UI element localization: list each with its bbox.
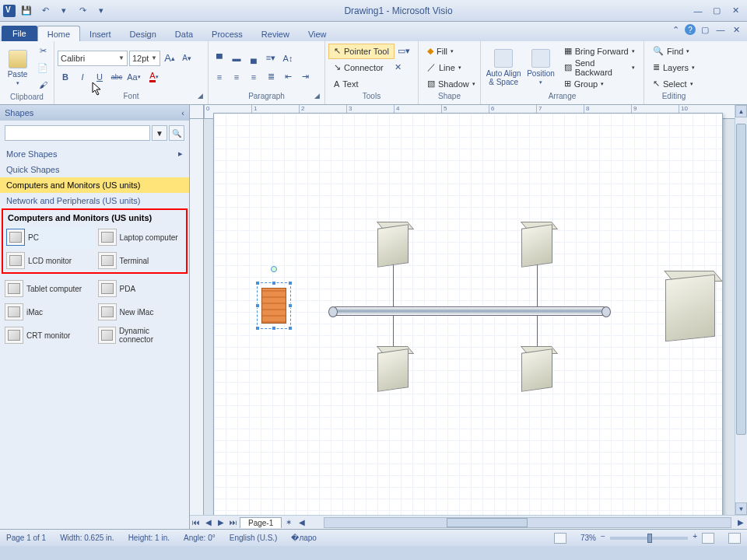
qat-customize[interactable]: ▾ (93, 3, 109, 19)
ethernet-bus-shape[interactable] (331, 306, 608, 316)
shadow-button[interactable]: ▧Shadow▾ (422, 76, 481, 92)
decrease-indent-button[interactable]: ⇤ (280, 69, 296, 85)
shapes-search-dropdown[interactable]: ▼ (152, 125, 167, 141)
fit-page-button[interactable] (702, 533, 714, 544)
justify-button[interactable]: ≣ (263, 69, 279, 85)
hscroll-left-button[interactable]: ◀ (296, 518, 308, 527)
cut-button[interactable]: ✂ (35, 43, 51, 58)
status-record-icon[interactable]: �ларо (291, 534, 317, 542)
italic-button[interactable]: I (75, 69, 90, 85)
add-page-button[interactable]: ✶ (282, 518, 296, 527)
page-last-button[interactable]: ⏭ (227, 518, 240, 527)
shrink-font-button[interactable]: A▾ (179, 51, 195, 66)
shapes-search-input[interactable] (5, 125, 150, 141)
help-icon[interactable]: ? (685, 24, 696, 35)
resize-handle[interactable] (288, 326, 293, 331)
connector-line[interactable] (537, 264, 538, 310)
hscroll-right-button[interactable]: ▶ (735, 518, 747, 527)
full-screen-button[interactable] (728, 533, 741, 544)
scroll-up-button[interactable]: ▲ (735, 105, 747, 117)
scroll-thumb[interactable] (736, 124, 746, 435)
zoom-percent[interactable]: 73% (580, 534, 596, 542)
connector-line[interactable] (393, 264, 394, 310)
maximize-button[interactable]: ▢ (708, 4, 725, 18)
tab-file[interactable]: File (2, 26, 37, 41)
align-bottom-button[interactable]: ▄ (246, 51, 261, 66)
qat-save-button[interactable]: 💾 (19, 3, 34, 19)
rotation-handle[interactable] (271, 266, 277, 272)
position-button[interactable]: Position ▾ (526, 49, 555, 86)
bullets-button[interactable]: ≡▾ (263, 51, 279, 66)
tab-data[interactable]: Data (166, 26, 202, 41)
align-top-button[interactable]: ▀ (212, 51, 227, 66)
format-painter-button[interactable]: 🖌 (35, 77, 51, 93)
font-family-select[interactable]: Calibri▼ (58, 51, 128, 66)
zoom-thumb[interactable] (647, 534, 652, 543)
page-next-button[interactable]: ▶ (215, 518, 227, 527)
bring-forward-button[interactable]: ▦Bring Forward▾ (559, 44, 640, 59)
text-direction-button[interactable]: A↕ (280, 51, 296, 66)
paragraph-dialog-launcher[interactable]: ◢ (314, 92, 320, 100)
shape-dynamic-connector[interactable]: Dynamic connector (95, 324, 188, 347)
mainframe-shape[interactable] (665, 277, 715, 339)
server-shape[interactable] (377, 226, 409, 265)
zoom-slider[interactable] (610, 537, 688, 540)
vertical-scrollbar[interactable]: ▲ ▼ (735, 105, 747, 515)
copy-button[interactable]: 📄 (35, 60, 51, 75)
fill-button[interactable]: ◆Fill▾ (422, 44, 481, 59)
hscroll-thumb[interactable] (447, 518, 528, 527)
select-button[interactable]: ↖Select▾ (647, 76, 700, 92)
layers-button[interactable]: ≣Layers▾ (647, 60, 700, 75)
bold-button[interactable]: B (58, 69, 73, 85)
font-dialog-launcher[interactable]: ◢ (198, 92, 203, 100)
shape-pc[interactable]: PC (3, 226, 95, 249)
grow-font-button[interactable]: A▴ (162, 51, 177, 66)
server-shape[interactable] (521, 351, 552, 390)
shape-lcd-monitor[interactable]: LCD monitor (3, 249, 95, 272)
window-close-icon[interactable]: ✕ (730, 23, 742, 36)
more-shapes-item[interactable]: More Shapes ▸ (0, 145, 189, 162)
resize-handle[interactable] (255, 326, 260, 331)
send-backward-button[interactable]: ▨Send Backward▾ (559, 60, 640, 75)
font-color-button[interactable]: A▾ (143, 69, 165, 85)
stencil-network-peripherals[interactable]: Network and Peripherals (US units) (0, 193, 189, 208)
tab-view[interactable]: View (299, 26, 336, 41)
resize-handle[interactable] (288, 303, 293, 308)
firewall-shape[interactable] (261, 288, 286, 324)
shape-imac[interactable]: iMac (2, 300, 95, 324)
shape-terminal[interactable]: Terminal (95, 249, 187, 272)
resize-handle[interactable] (272, 326, 276, 331)
change-case-button[interactable]: Aa▾ (126, 69, 142, 85)
qat-redo-button[interactable]: ↷ (75, 3, 90, 19)
window-min-icon[interactable]: — (714, 23, 727, 36)
status-language[interactable]: English (U.S.) (230, 534, 278, 542)
resize-handle[interactable] (255, 281, 260, 285)
close-button[interactable]: ✕ (727, 4, 744, 18)
shape-pda[interactable]: PDA (95, 277, 188, 300)
page-tab[interactable]: Page-1 (240, 517, 282, 528)
underline-button[interactable]: U (92, 69, 107, 85)
resize-handle[interactable] (288, 281, 293, 285)
connector-tool-button[interactable]: ↘Connector (328, 60, 389, 75)
shapes-collapse-icon[interactable]: ‹ (181, 108, 184, 117)
server-shape[interactable] (521, 226, 552, 265)
qat-dropdown[interactable]: ▾ (56, 3, 72, 19)
tab-design[interactable]: Design (121, 26, 166, 41)
increase-indent-button[interactable]: ⇥ (297, 69, 313, 85)
shape-new-imac[interactable]: New iMac (95, 300, 188, 324)
tab-insert[interactable]: Insert (80, 26, 121, 41)
minimize-button[interactable]: — (689, 4, 707, 18)
scroll-track[interactable] (735, 117, 747, 502)
align-left-button[interactable]: ≡ (212, 69, 227, 85)
align-middle-button[interactable]: ▬ (229, 51, 244, 66)
shapes-search-button[interactable]: 🔍 (169, 125, 184, 141)
stencil-computers-monitors[interactable]: Computers and Monitors (US units) (0, 177, 189, 193)
scroll-down-button[interactable]: ▼ (735, 502, 747, 515)
canvas[interactable] (204, 119, 735, 515)
auto-align-button[interactable]: Auto Align & Space (484, 49, 523, 86)
align-right-button[interactable]: ≡ (246, 69, 261, 85)
strikethrough-button[interactable]: abc (109, 69, 124, 85)
resize-handle[interactable] (255, 303, 260, 308)
shape-crt-monitor[interactable]: CRT monitor (2, 324, 95, 347)
drawing-page[interactable] (213, 113, 723, 525)
